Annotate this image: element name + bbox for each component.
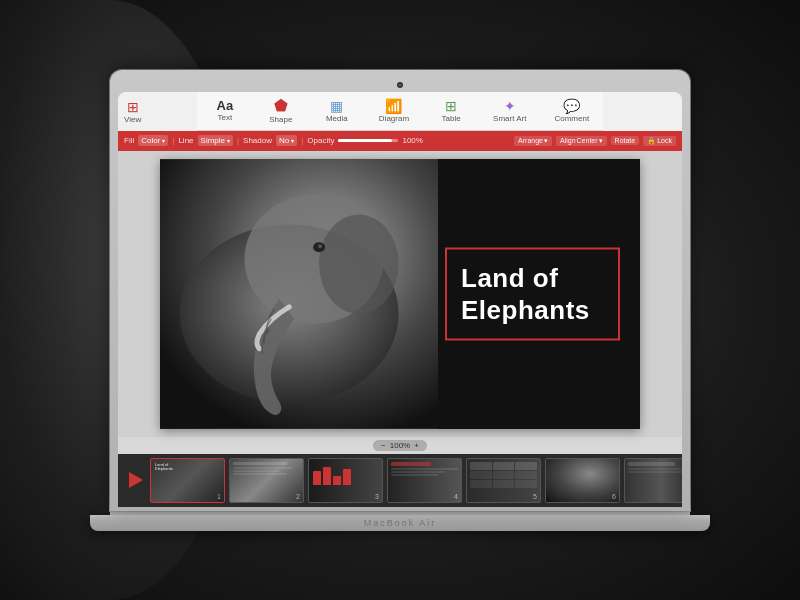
color-dropdown[interactable]: Color [138, 135, 168, 146]
slide-canvas[interactable]: Land of Elephants [118, 151, 682, 437]
shadow-dropdown[interactable]: No [276, 135, 297, 146]
rotate-button[interactable]: Rotate [611, 136, 640, 145]
arrange-chevron-icon: ▾ [544, 137, 548, 145]
text-label: Text [218, 113, 233, 122]
screen-lid: ⊞ View Aa Text ⬟ Shape [110, 70, 690, 511]
line-label: Line [178, 136, 193, 145]
slide-thumbnail-4[interactable]: 4 [387, 458, 462, 503]
slide-title: Land of Elephants [461, 262, 590, 325]
shape-icon: ⬟ [274, 98, 288, 114]
macbook-base: MacBook Air [90, 515, 710, 531]
opacity-value: 100% [402, 136, 422, 145]
table-label: Table [442, 114, 461, 123]
zoom-plus-icon[interactable]: + [414, 441, 419, 450]
thumb-3-number: 3 [375, 493, 379, 500]
toolbar-diagram-button[interactable]: 📶 Diagram [373, 97, 415, 125]
lock-icon: 🔒 [647, 137, 656, 145]
thumb-5-content [467, 459, 540, 491]
slide-thumbnail-2[interactable]: 2 [229, 458, 304, 503]
arrange-label: Arrange [518, 137, 543, 144]
thumb-7-content [625, 459, 682, 476]
thumb-1-content: Land ofElephants [151, 459, 224, 477]
slide-thumbnail-7[interactable]: 7 [624, 458, 682, 503]
toolbar-table-button[interactable]: ⊞ Table [431, 97, 471, 125]
lock-label: Lock [657, 137, 672, 144]
thumb-1-number: 1 [217, 493, 221, 500]
arrange-button[interactable]: Arrange ▾ [514, 136, 552, 146]
macbook-device: ⊞ View Aa Text ⬟ Shape [90, 70, 710, 531]
smartart-icon: ✦ [504, 99, 516, 113]
thumb-3-content [309, 459, 382, 489]
thumb-6-content [546, 459, 619, 502]
format-bar: Fill Color | Line Simple | Shadow No | [118, 131, 682, 151]
play-triangle-icon [129, 472, 143, 488]
slide-textbox[interactable]: Land of Elephants [445, 247, 620, 340]
line-style-value: Simple [201, 136, 225, 145]
align-value: Center [577, 137, 598, 144]
slide: Land of Elephants [160, 159, 640, 429]
media-label: Media [326, 114, 348, 123]
slide-strip: Land ofElephants 1 2 [118, 454, 682, 507]
thumb-4-content [388, 459, 461, 479]
svg-point-3 [319, 214, 399, 313]
opacity-label: Opacity [307, 136, 334, 145]
zoom-pill[interactable]: − 100% + [373, 440, 427, 451]
slide-thumbnail-5[interactable]: 5 [466, 458, 541, 503]
rotate-label: Rotate [615, 137, 636, 144]
elephant-svg [160, 159, 438, 429]
thumb-5-number: 5 [533, 493, 537, 500]
thumb-6-number: 6 [612, 493, 616, 500]
thumb-4-number: 4 [454, 493, 458, 500]
webcam [397, 82, 403, 88]
line-dropdown[interactable]: Simple [198, 135, 233, 146]
slide-thumbnail-1[interactable]: Land ofElephants 1 [150, 458, 225, 503]
format-right-controls: Arrange ▾ Align Center ▾ Rotate 🔒 [514, 136, 676, 146]
diagram-icon: 📶 [385, 99, 402, 113]
toolbar-wrapper: ⊞ View Aa Text ⬟ Shape [118, 92, 682, 131]
shadow-label: Shadow [243, 136, 272, 145]
shape-label: Shape [269, 115, 292, 124]
diagram-label: Diagram [379, 114, 409, 123]
media-icon: ▦ [330, 99, 343, 113]
table-icon: ⊞ [445, 99, 457, 113]
toolbar-media-button[interactable]: ▦ Media [317, 97, 357, 125]
toolbar-view-button[interactable]: ⊞ View [124, 99, 141, 124]
zoom-value: 100% [390, 441, 410, 450]
thumb-2-number: 2 [296, 493, 300, 500]
shadow-value: No [279, 136, 289, 145]
toolbar-text-button[interactable]: Aa Text [205, 97, 245, 124]
svg-point-5 [318, 244, 322, 248]
slide-thumbnail-6[interactable]: 6 [545, 458, 620, 503]
smartart-label: Smart Art [493, 114, 526, 123]
text-icon: Aa [217, 99, 234, 112]
macbook-brand-label: MacBook Air [364, 518, 437, 528]
slide-area: Land of Elephants [118, 151, 682, 437]
lock-button[interactable]: 🔒 Lock [643, 136, 676, 146]
grid-icon: ⊞ [127, 99, 139, 115]
zoom-minus-icon[interactable]: − [381, 441, 386, 450]
play-button[interactable] [126, 470, 146, 490]
app-window: ⊞ View Aa Text ⬟ Shape [118, 92, 682, 507]
comment-icon: 💬 [563, 99, 580, 113]
thumb-2-content [230, 459, 303, 478]
fill-label: Fill [124, 136, 134, 145]
toolbar-shape-button[interactable]: ⬟ Shape [261, 96, 301, 126]
toolbar-smartart-button[interactable]: ✦ Smart Art [487, 97, 532, 125]
opacity-slider[interactable] [338, 139, 398, 142]
opacity-slider-fill [338, 139, 392, 142]
align-chevron-icon: ▾ [599, 137, 603, 145]
zoom-bar: − 100% + [118, 437, 682, 454]
macbook-hinge [110, 511, 690, 515]
comment-label: Comment [554, 114, 589, 123]
view-label: View [124, 115, 141, 124]
toolbar: Aa Text ⬟ Shape ▦ Media 📶 [197, 92, 603, 131]
elephant-photo [160, 159, 438, 429]
toolbar-comment-button[interactable]: 💬 Comment [548, 97, 595, 125]
screen-bezel: ⊞ View Aa Text ⬟ Shape [118, 92, 682, 507]
align-button[interactable]: Align Center ▾ [556, 136, 607, 146]
color-value: Color [141, 136, 160, 145]
slide-thumbnail-3[interactable]: 3 [308, 458, 383, 503]
align-label: Align [560, 137, 576, 144]
